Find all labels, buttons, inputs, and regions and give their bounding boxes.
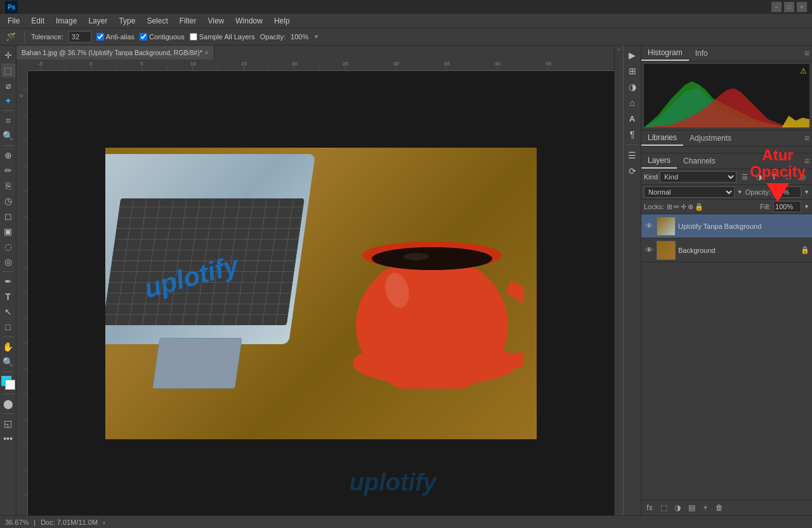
quick-mask-tool[interactable]: ⬤ — [1, 397, 15, 411]
lasso-tool[interactable]: ⌀ — [1, 79, 15, 93]
close-tab-icon[interactable]: × — [205, 49, 209, 56]
menu-layer[interactable]: Layer — [83, 15, 112, 27]
gradient-tool[interactable]: ▣ — [1, 224, 15, 238]
zoom-tool[interactable]: 🔍 — [1, 355, 15, 369]
lock-artboard-icon[interactable]: ⊕ — [688, 203, 693, 211]
history-panel-icon[interactable]: ⟳ — [625, 164, 639, 178]
histogram-tabs: Histogram Info ≡ — [641, 46, 812, 61]
text-tool[interactable]: T — [1, 290, 15, 304]
paragraph-tool[interactable]: ¶ — [625, 127, 639, 141]
pixel-filter-icon[interactable]: ☰ — [738, 171, 751, 183]
clone-tool[interactable]: ⎘ — [1, 179, 15, 193]
magic-wand-tool[interactable]: ✦ — [1, 94, 15, 108]
lock-position-icon[interactable]: ✛ — [681, 203, 686, 211]
watermark-logo: uplotify — [350, 469, 436, 496]
close-button[interactable]: × — [797, 2, 807, 12]
adjustments-button[interactable]: ◑ — [672, 502, 683, 513]
background-color[interactable] — [5, 380, 15, 390]
color-swatches[interactable] — [1, 376, 15, 390]
opacity-input[interactable] — [773, 186, 801, 198]
content-aware-tool[interactable]: ⌂ — [625, 96, 639, 110]
menu-type[interactable]: Type — [114, 15, 140, 27]
dodge-tool[interactable]: ◎ — [1, 255, 15, 269]
adjustments-tool-icon[interactable]: ◑ — [625, 80, 639, 94]
info-tab[interactable]: Info — [689, 46, 714, 60]
layer-item-uplotify[interactable]: 👁 Uplotify Tanpa Background — [641, 214, 812, 238]
document-tab[interactable]: Bahan 1.jpg @ 36.7% (Uplotify Tanpa Back… — [16, 46, 214, 60]
layer-eye-background[interactable]: 👁 — [644, 245, 654, 255]
histogram-tab[interactable]: Histogram — [641, 46, 689, 61]
layers-icon[interactable]: ☰ — [625, 148, 639, 162]
lock-all-icon[interactable]: 🔒 — [695, 203, 704, 211]
adjust-filter-icon[interactable]: ◑ — [753, 171, 766, 183]
blend-mode-select[interactable]: Normal — [644, 186, 735, 198]
svg-rect-0 — [28, 60, 614, 71]
layer-item-background[interactable]: 👁 Background 🔒 — [641, 238, 812, 262]
right-panel: Histogram Info ≡ — [641, 46, 812, 515]
smart-filter-icon[interactable]: ◎ — [797, 171, 809, 183]
play-tool[interactable]: ▶ — [625, 48, 639, 62]
menu-filter[interactable]: Filter — [174, 15, 202, 27]
menu-window[interactable]: Window — [230, 15, 268, 27]
layers-menu-icon[interactable]: ≡ — [802, 156, 812, 166]
libraries-spacer — [641, 146, 812, 153]
brush-tool[interactable]: ✏ — [1, 164, 15, 177]
canvas-viewport[interactable]: uplotify — [28, 71, 614, 515]
thumb-uplotify-bg — [657, 217, 675, 235]
history-tool[interactable]: ◷ — [1, 194, 15, 208]
path-select-tool[interactable]: ↖ — [1, 305, 15, 319]
contiguous-checkbox[interactable] — [140, 33, 147, 41]
libraries-tab[interactable]: Libraries — [641, 131, 683, 146]
type-filter-icon[interactable]: T — [768, 171, 780, 183]
extra-tools[interactable]: ••• — [1, 432, 15, 446]
crop-tool[interactable]: ⌗ — [1, 113, 15, 127]
screen-mode-tool[interactable]: ◱ — [1, 416, 15, 430]
hand-tool[interactable]: ✋ — [1, 340, 15, 354]
doc-tab-title: Bahan 1.jpg @ 36.7% (Uplotify Tanpa Back… — [22, 49, 202, 56]
fx-button[interactable]: fx — [644, 502, 655, 513]
lock-transparent-icon[interactable]: ⊞ — [667, 203, 672, 211]
menu-select[interactable]: Select — [141, 15, 173, 27]
menu-file[interactable]: File — [3, 15, 25, 27]
anti-alias-checkbox[interactable] — [96, 33, 104, 41]
shape-filter-icon[interactable]: □ — [782, 171, 795, 183]
channels-tool[interactable]: ⊞ — [625, 64, 639, 78]
histogram-menu-icon[interactable]: ≡ — [802, 48, 812, 58]
eraser-tool[interactable]: ◻ — [1, 209, 15, 223]
libraries-menu-icon[interactable]: ≡ — [802, 133, 812, 143]
tolerance-input[interactable] — [69, 31, 91, 42]
svg-text:10: 10 — [190, 61, 196, 67]
shape-tool[interactable]: □ — [1, 320, 15, 334]
sample-all-checkbox[interactable] — [190, 33, 197, 41]
layers-tab[interactable]: Layers — [641, 153, 677, 169]
delete-layer-button[interactable]: 🗑 — [714, 502, 725, 513]
minimize-button[interactable]: − — [771, 2, 782, 12]
panel-collapse-btn[interactable]: « — [616, 48, 622, 51]
lock-pixels-icon[interactable]: ✏ — [674, 203, 679, 211]
status-arrow[interactable]: › — [103, 518, 105, 526]
move-tool[interactable]: ✛ — [1, 48, 15, 62]
menu-help[interactable]: Help — [269, 15, 295, 27]
blur-tool[interactable]: ◌ — [1, 240, 15, 254]
eyedropper-tool[interactable]: 🔍 — [1, 129, 15, 143]
add-mask-button[interactable]: ⬚ — [658, 502, 669, 513]
adjustments-tab[interactable]: Adjustments — [683, 131, 738, 145]
kind-select[interactable]: Kind — [660, 171, 737, 183]
pen-tool[interactable]: ✒ — [1, 274, 15, 288]
separator1 — [3, 110, 14, 111]
menu-edit[interactable]: Edit — [26, 15, 49, 27]
restore-button[interactable]: □ — [784, 2, 794, 12]
photo-background: uplotify — [105, 148, 537, 439]
type-tool-r[interactable]: A — [625, 112, 639, 126]
channels-tab[interactable]: Channels — [677, 154, 722, 168]
svg-text:-5: -5 — [38, 61, 43, 67]
fill-input[interactable] — [773, 201, 801, 212]
select-tool[interactable]: ⬚ — [1, 63, 15, 77]
menu-image[interactable]: Image — [51, 15, 82, 27]
group-button[interactable]: ▤ — [686, 502, 697, 513]
healing-tool[interactable]: ⊕ — [1, 148, 15, 162]
layer-eye-uplotify[interactable]: 👁 — [644, 221, 654, 231]
histogram-chart: ⚠ — [644, 64, 809, 127]
menu-view[interactable]: View — [202, 15, 229, 27]
add-layer-button[interactable]: + — [700, 502, 711, 513]
